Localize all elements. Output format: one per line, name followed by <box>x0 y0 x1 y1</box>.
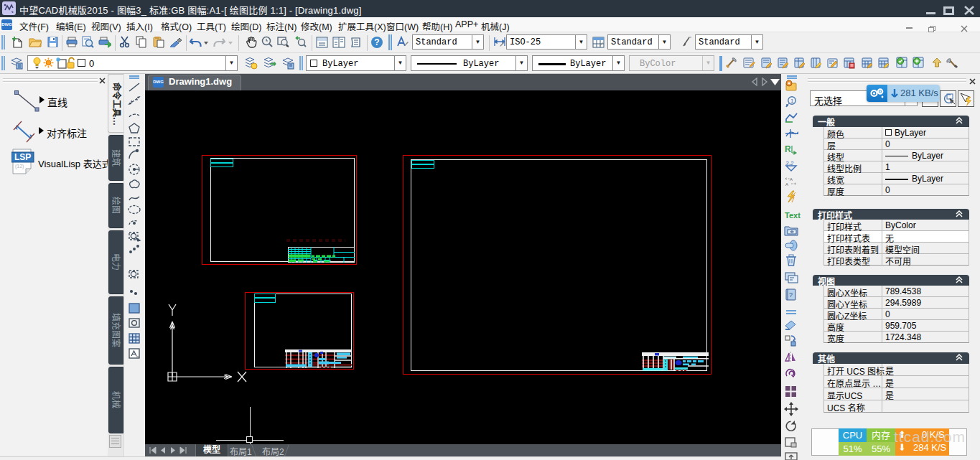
svg-text:LSP: LSP <box>14 152 31 162</box>
svg-text:Text: Text <box>785 211 801 220</box>
svg-text:(12): (12) <box>15 164 24 169</box>
svg-text:A: A <box>790 177 793 182</box>
svg-text:A: A <box>785 182 788 187</box>
svg-text:1: 1 <box>790 98 794 104</box>
svg-text:R: R <box>785 144 791 154</box>
svg-text:?: ? <box>789 291 793 299</box>
